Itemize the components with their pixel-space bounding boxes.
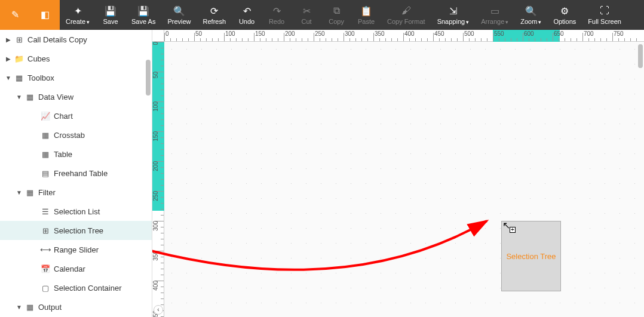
expand-icon[interactable]: ▶ <box>4 56 13 62</box>
tree-selection-container[interactable]: ▢Selection Container <box>0 278 152 297</box>
tree-toolbox[interactable]: ▼▦Toolbox <box>0 68 152 87</box>
tree-data-view[interactable]: ▼▦Data View <box>0 87 152 106</box>
create-button[interactable]: ✦Create▾ <box>60 0 96 30</box>
cut-button[interactable]: ✂Cut <box>292 0 321 30</box>
adhoc-button[interactable]: ◧ <box>30 0 60 30</box>
paint-icon: 🖌 <box>401 5 411 17</box>
zoom-button[interactable]: 🔍Zoom▾ <box>514 0 547 30</box>
sparkle-icon: ✦ <box>74 5 82 17</box>
paste-button[interactable]: 📋Paste <box>351 0 381 30</box>
container-icon: ▢ <box>39 284 51 293</box>
components-icon: ◧ <box>41 8 50 20</box>
sidebar-scrollbar[interactable] <box>146 30 151 317</box>
preview-button[interactable]: 🔍Preview <box>161 0 197 30</box>
list-icon: ☰ <box>39 207 51 216</box>
tree-table[interactable]: ▦Table <box>0 144 152 164</box>
filter-group-icon: ▦ <box>24 188 36 197</box>
output-icon: ▦ <box>24 303 36 312</box>
ruler-corner <box>152 30 164 42</box>
copy-icon: ⧉ <box>333 5 340 17</box>
drop-widget-label: Selection Tree <box>506 252 556 261</box>
tree-crosstab[interactable]: ▦Crosstab <box>0 125 152 144</box>
canvas-area: 0501001502002503003504004505005506006507… <box>152 30 644 317</box>
freehand-icon: ▤ <box>39 169 51 178</box>
main-toolbar: ✎ ◧ ✦Create▾ 💾Save 💾Save As 🔍Preview ⟳Re… <box>0 0 644 30</box>
calendar-icon: 📅 <box>39 264 51 273</box>
paste-icon: 📋 <box>360 5 372 17</box>
arrange-button[interactable]: ▭Arrange▾ <box>475 0 514 30</box>
scrollbar-thumb[interactable] <box>146 60 151 96</box>
preview-icon: 🔍 <box>173 5 185 17</box>
redo-icon: ↷ <box>273 5 281 17</box>
design-canvas[interactable]: Selection Tree ↖+ <box>164 42 644 317</box>
tree-filter[interactable]: ▼▦Filter <box>0 183 152 202</box>
undo-button[interactable]: ↶Undo <box>232 0 262 30</box>
options-button[interactable]: ⚙Options <box>547 0 582 30</box>
drag-cursor-icon: ↖+ <box>502 220 510 231</box>
save-icon: 💾 <box>105 5 116 17</box>
tree-range-slider[interactable]: ⟷Range Slider <box>0 240 152 259</box>
tree-calendar[interactable]: 📅Calendar <box>0 259 152 278</box>
tree-freehand[interactable]: ▤Freehand Table <box>0 164 152 183</box>
save-button[interactable]: 💾Save <box>96 0 125 30</box>
gear-icon: ⚙ <box>560 5 569 17</box>
snapping-button[interactable]: ⇲Snapping▾ <box>431 0 476 30</box>
collapse-icon[interactable]: ▼ <box>14 94 24 100</box>
fullscreen-button[interactable]: ⛶Full Screen <box>582 0 627 30</box>
chart-icon: 📈 <box>39 112 51 121</box>
cut-icon: ✂ <box>303 5 311 17</box>
hierarchy-icon: ⊞ <box>13 35 25 44</box>
snap-icon: ⇲ <box>449 5 457 17</box>
wand-icon: ✎ <box>11 8 19 20</box>
copy-button[interactable]: ⧉Copy <box>321 0 351 30</box>
table-icon: ▦ <box>39 150 51 159</box>
tree-output[interactable]: ▼▦Output <box>0 297 152 316</box>
tree-cubes[interactable]: ▶📁Cubes <box>0 49 152 68</box>
toolbox-icon: ▦ <box>13 73 25 82</box>
collapse-icon[interactable]: ▼ <box>14 304 24 310</box>
canvas-scrollbar-thumb[interactable] <box>638 44 643 68</box>
sidebar-collapse-button[interactable]: ‹ <box>154 305 163 315</box>
collapse-icon[interactable]: ▼ <box>4 75 13 81</box>
sidebar: ▶⊞Call Details Copy ▶📁Cubes ▼▦Toolbox ▼▦… <box>0 30 152 317</box>
copy-format-button[interactable]: 🖌Copy Format <box>381 0 431 30</box>
redo-button[interactable]: ↷Redo <box>262 0 292 30</box>
view-icon: ▦ <box>24 93 36 101</box>
fullscreen-icon: ⛶ <box>600 5 609 17</box>
slider-icon: ⟷ <box>39 245 51 254</box>
horizontal-ruler[interactable]: 0501001502002503003504004505005506006507… <box>164 30 644 42</box>
tree-selection-list[interactable]: ☰Selection List <box>0 202 152 221</box>
collapse-icon[interactable]: ▼ <box>14 189 24 196</box>
save-as-icon: 💾 <box>137 5 149 17</box>
tree-icon: ⊞ <box>39 226 51 235</box>
zoom-icon: 🔍 <box>525 5 537 17</box>
logo-button[interactable]: ✎ <box>0 0 30 30</box>
undo-icon: ↶ <box>243 5 251 17</box>
tree-call-details[interactable]: ▶⊞Call Details Copy <box>0 30 152 49</box>
folder-icon: 📁 <box>13 54 25 63</box>
arrange-icon: ▭ <box>490 5 499 17</box>
crosstab-icon: ▦ <box>39 131 51 140</box>
tree-chart[interactable]: 📈Chart <box>0 106 152 125</box>
refresh-button[interactable]: ⟳Refresh <box>197 0 232 30</box>
expand-icon[interactable]: ▶ <box>4 36 13 43</box>
tree-selection-tree[interactable]: ⊞Selection Tree <box>0 221 152 240</box>
save-as-button[interactable]: 💾Save As <box>125 0 161 30</box>
vertical-ruler[interactable]: 050100150200250300350400450 <box>152 42 164 317</box>
refresh-icon: ⟳ <box>210 5 218 17</box>
